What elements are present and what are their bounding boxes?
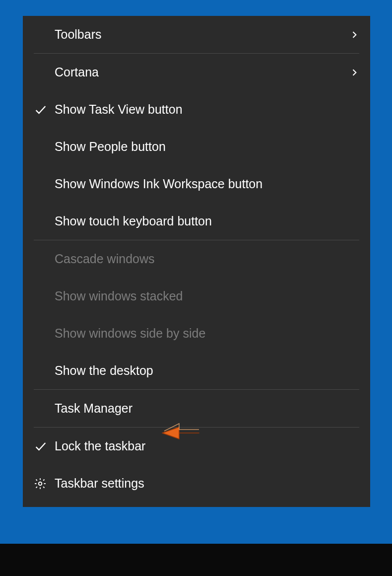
menu-label: Task Manager	[55, 401, 359, 416]
menu-label: Show Windows Ink Workspace button	[55, 177, 359, 191]
menu-label: Show windows stacked	[55, 289, 359, 303]
menu-item-show-people[interactable]: Show People button	[23, 128, 370, 165]
menu-label: Taskbar settings	[55, 476, 359, 491]
menu-item-cascade-windows: Cascade windows	[23, 240, 370, 278]
menu-label: Cascade windows	[55, 252, 359, 266]
menu-label: Show People button	[55, 140, 359, 154]
chevron-right-icon	[344, 68, 359, 77]
menu-label: Toolbars	[55, 27, 344, 42]
menu-item-show-windows-stacked: Show windows stacked	[23, 278, 370, 315]
gear-icon	[34, 477, 55, 490]
svg-point-0	[39, 482, 42, 485]
checkmark-icon	[34, 103, 55, 117]
menu-label: Cortana	[55, 65, 344, 79]
menu-label: Lock the taskbar	[55, 439, 359, 453]
menu-item-task-manager[interactable]: Task Manager	[23, 390, 370, 427]
menu-label: Show the desktop	[55, 363, 359, 378]
menu-label: Show Task View button	[55, 102, 359, 117]
menu-item-show-desktop[interactable]: Show the desktop	[23, 352, 370, 389]
menu-label: Show touch keyboard button	[55, 214, 359, 228]
menu-label: Show windows side by side	[55, 326, 359, 341]
menu-item-show-task-view[interactable]: Show Task View button	[23, 91, 370, 128]
menu-item-show-windows-side-by-side: Show windows side by side	[23, 315, 370, 352]
chevron-right-icon	[344, 30, 359, 40]
menu-item-show-touch-keyboard[interactable]: Show touch keyboard button	[23, 203, 370, 240]
menu-item-cortana[interactable]: Cortana	[23, 54, 370, 91]
menu-item-toolbars[interactable]: Toolbars	[23, 16, 370, 53]
menu-item-taskbar-settings[interactable]: Taskbar settings	[23, 465, 370, 502]
menu-item-show-windows-ink[interactable]: Show Windows Ink Workspace button	[23, 165, 370, 203]
menu-item-lock-taskbar[interactable]: Lock the taskbar	[23, 428, 370, 465]
checkmark-icon	[34, 439, 55, 453]
taskbar-context-menu: Toolbars Cortana Show Task View button S…	[23, 16, 370, 507]
